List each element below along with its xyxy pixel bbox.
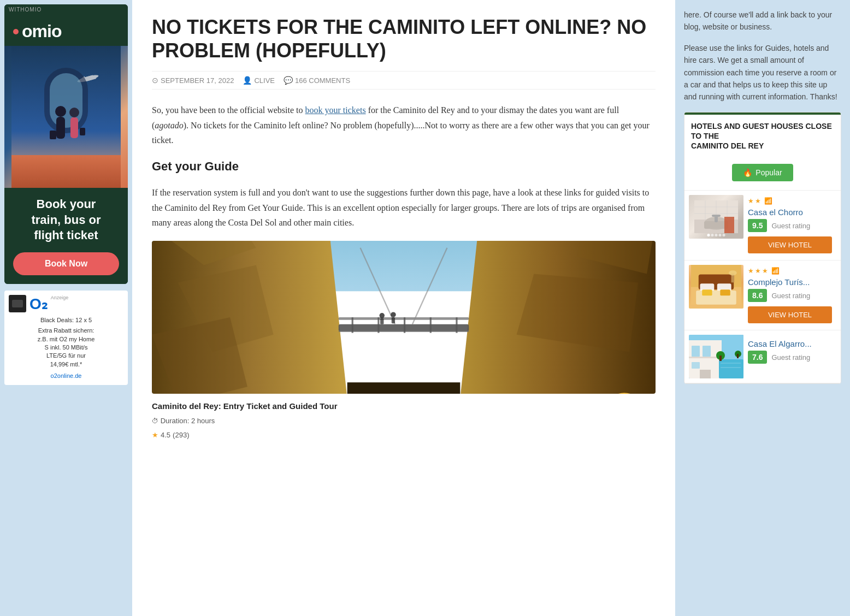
book-tickets-link[interactable]: book your tickets <box>305 105 366 115</box>
svg-rect-60 <box>696 291 736 305</box>
star-2: ★ <box>755 197 761 205</box>
view-hotel-btn-1[interactable]: VIEW HOTEL <box>748 236 832 253</box>
o2-deal-title: Black Deals: 12 x 5 <box>9 316 123 324</box>
hotel-rating-row-3: 7.6 Guest rating <box>748 351 832 364</box>
svg-rect-54 <box>724 217 734 233</box>
star-1-h2: ★ <box>748 267 754 275</box>
hotel-stars-1: ★ ★ 📶 <box>748 197 832 205</box>
page-wrapper: WITHOMIO omio <box>0 0 850 616</box>
pool-thumbnail <box>689 335 743 378</box>
tour-rating-value: 4.5 <box>161 429 170 441</box>
view-hotel-btn-2[interactable]: VIEW HOTEL <box>748 306 832 323</box>
popular-btn-container: 🔥 Popular <box>684 155 841 191</box>
omio-label: WITHOMIO <box>4 4 128 15</box>
popular-button[interactable]: 🔥 Popular <box>732 164 793 181</box>
svg-rect-28 <box>377 317 379 333</box>
left-sidebar: WITHOMIO omio <box>0 0 132 616</box>
tour-duration: ⏱ Duration: 2 hours <box>152 415 656 427</box>
star-1: ★ <box>748 197 754 205</box>
meta-comments: 166 COMMENTS <box>295 76 350 85</box>
svg-point-36 <box>391 312 396 317</box>
article-meta: ⊙ SEPTEMBER 17, 2022 👤 CLIVE 💬 166 COMME… <box>152 71 656 90</box>
article-body: So, you have been to the official websit… <box>152 103 656 441</box>
hotel-info-3: Casa El Algarro... 7.6 Guest rating <box>743 335 836 378</box>
omio-tagline: Book yourtrain, bus orflight ticket <box>13 197 119 244</box>
svg-rect-79 <box>737 354 739 358</box>
omio-ad: WITHOMIO omio <box>4 4 128 284</box>
rating-badge-3: 7.6 <box>748 351 767 364</box>
svg-rect-13 <box>80 128 85 135</box>
hotel-thumbnail-1 <box>689 195 743 239</box>
hotel-card-1: ★ ★ 📶 Casa el Chorro 9.5 Guest rating VI… <box>684 191 841 260</box>
hotel-name-3[interactable]: Casa El Algarro... <box>748 339 832 348</box>
svg-rect-61 <box>702 289 712 295</box>
article-title: NO TICKETS FOR THE CAMINITO LEFT ONLINE?… <box>152 15 656 62</box>
svg-rect-72 <box>700 370 711 378</box>
svg-point-11 <box>69 108 79 117</box>
omio-book-button[interactable]: Book Now <box>13 252 119 275</box>
hotel-thumb-dots-1 <box>707 234 725 236</box>
wifi-icon-2: 📶 <box>771 267 780 275</box>
tour-reviews: (293) <box>173 429 189 441</box>
sidebar-intro-p1: here. Of course we'll add a link back to… <box>684 9 841 33</box>
star-3-h2: ★ <box>762 267 768 275</box>
hotel-name-1[interactable]: Casa el Chorro <box>748 208 832 217</box>
wifi-icon-1: 📶 <box>764 197 772 205</box>
rating-badge-1: 9.5 <box>748 219 767 232</box>
svg-rect-31 <box>456 317 457 333</box>
svg-rect-35 <box>380 318 383 324</box>
omio-text-area: Book yourtrain, bus orflight ticket Book… <box>4 188 128 284</box>
clock-small-icon: ⏱ <box>152 417 158 425</box>
meta-comments-item: 💬 166 COMMENTS <box>284 76 350 85</box>
o2-ad: O₂ Anzeige Black Deals: 12 x 5 Extra Rab… <box>4 291 128 385</box>
o2-ad-label: Anzeige <box>51 295 69 300</box>
clock-icon: ⊙ <box>152 76 158 85</box>
comment-icon: 💬 <box>284 76 293 85</box>
hotel-rating-row-2: 8.6 Guest rating <box>748 289 832 302</box>
svg-rect-73 <box>719 359 743 378</box>
hotels-section: HOTELS AND GUEST HOUSES CLOSE TO THE CAM… <box>684 112 841 384</box>
svg-rect-70 <box>692 362 700 369</box>
meta-date-item: ⊙ SEPTEMBER 17, 2022 <box>152 76 234 85</box>
rating-badge-2: 8.6 <box>748 289 767 302</box>
omio-logo-area: omio <box>4 15 128 46</box>
hotel-card-3: Casa El Algarro... 7.6 Guest rating <box>684 330 841 383</box>
tour-name: Caminito del Rey: Entry Ticket and Guide… <box>152 399 656 413</box>
right-sidebar: here. Of course we'll add a link back to… <box>675 0 850 616</box>
guest-rating-1: Guest rating <box>771 222 810 230</box>
svg-point-64 <box>729 271 737 276</box>
hotel-name-2[interactable]: Complejo Turís... <box>748 277 832 287</box>
fire-icon: 🔥 <box>743 168 752 177</box>
hotel-info-1: ★ ★ 📶 Casa el Chorro 9.5 Guest rating VI… <box>743 195 836 256</box>
tour-rating: ★ 4.5 (293) <box>152 429 656 441</box>
hotel-stars-2: ★ ★ ★ 📶 <box>748 267 832 275</box>
o2-ad-header: O₂ Anzeige <box>9 295 123 313</box>
o2-logo: O₂ <box>29 295 48 313</box>
svg-rect-53 <box>712 215 721 217</box>
o2-deal-text: Extra Rabatt sichern:z.B. mit O2 my Home… <box>9 327 123 369</box>
svg-point-7 <box>55 106 66 117</box>
svg-rect-27 <box>352 317 353 333</box>
meta-author: CLIVE <box>254 76 275 85</box>
body-paragraph-2: If the reservation system is full and yo… <box>152 185 656 230</box>
svg-rect-62 <box>720 289 730 295</box>
svg-rect-29 <box>404 317 405 333</box>
hotel-card-2: ★ ★ ★ 📶 Complejo Turís... 8.6 Guest rati… <box>684 260 841 330</box>
svg-rect-1 <box>11 155 121 188</box>
svg-rect-77 <box>719 356 722 361</box>
hotel-thumbnail-2 <box>689 265 743 309</box>
guest-rating-2: Guest rating <box>771 292 810 300</box>
svg-rect-37 <box>392 317 395 323</box>
guest-rating-3: Guest rating <box>771 353 810 362</box>
sidebar-intro-p2: Please use the links for Guides, hotels … <box>684 42 841 103</box>
main-content: NO TICKETS FOR THE CAMINITO LEFT ONLINE?… <box>132 0 675 616</box>
omio-illustration <box>4 46 128 188</box>
hotels-header: HOTELS AND GUEST HOUSES CLOSE TO THE CAM… <box>684 112 841 156</box>
svg-rect-30 <box>430 317 432 333</box>
o2-site[interactable]: o2online.de <box>9 372 123 380</box>
svg-point-34 <box>379 313 385 318</box>
hotel-info-2: ★ ★ ★ 📶 Complejo Turís... 8.6 Guest rati… <box>743 265 836 325</box>
meta-author-item: 👤 CLIVE <box>243 76 275 85</box>
svg-rect-23 <box>347 382 461 394</box>
sink-thumbnail <box>689 195 743 239</box>
